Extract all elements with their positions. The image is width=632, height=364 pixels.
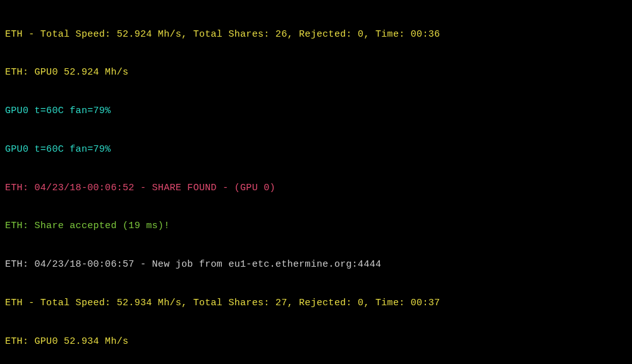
log-line: GPU0 t=60C fan=79% [5,143,627,156]
log-line: ETH - Total Speed: 52.934 Mh/s, Total Sh… [5,297,627,310]
log-line: ETH - Total Speed: 52.924 Mh/s, Total Sh… [5,28,627,41]
log-line: ETH: 04/23/18-00:06:57 - New job from eu… [5,258,627,271]
terminal-output: ETH - Total Speed: 52.924 Mh/s, Total Sh… [5,3,627,364]
log-line: ETH: 04/23/18-00:06:52 - SHARE FOUND - (… [5,182,627,195]
log-line: GPU0 t=60C fan=79% [5,105,627,118]
log-line: ETH: GPU0 52.924 Mh/s [5,66,627,79]
log-line: ETH: Share accepted (19 ms)! [5,220,627,233]
log-line: ETH: GPU0 52.934 Mh/s [5,336,627,348]
